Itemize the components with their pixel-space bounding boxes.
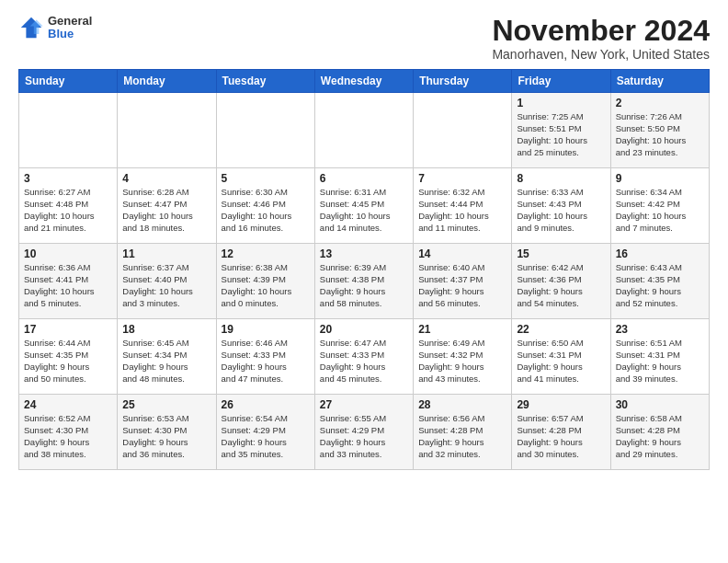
- title-block: November 2024 Manorhaven, New York, Unit…: [492, 15, 710, 62]
- day-info: Sunrise: 7:26 AM Sunset: 5:50 PM Dayligh…: [616, 111, 704, 158]
- col-header-thursday: Thursday: [414, 70, 512, 93]
- calendar-cell: 7Sunrise: 6:32 AM Sunset: 4:44 PM Daylig…: [414, 168, 512, 244]
- logo-text: General Blue: [48, 15, 92, 41]
- calendar-cell: 26Sunrise: 6:54 AM Sunset: 4:29 PM Dayli…: [216, 395, 314, 470]
- month-title: November 2024: [492, 15, 710, 47]
- day-number: 18: [122, 323, 210, 336]
- calendar-week-1: 1Sunrise: 7:25 AM Sunset: 5:51 PM Daylig…: [19, 93, 710, 168]
- col-header-friday: Friday: [512, 70, 610, 93]
- day-info: Sunrise: 6:45 AM Sunset: 4:34 PM Dayligh…: [122, 338, 210, 385]
- calendar-cell: 2Sunrise: 7:26 AM Sunset: 5:50 PM Daylig…: [610, 93, 709, 168]
- calendar-week-2: 3Sunrise: 6:27 AM Sunset: 4:48 PM Daylig…: [19, 168, 710, 244]
- day-number: 7: [418, 172, 506, 185]
- day-info: Sunrise: 6:49 AM Sunset: 4:32 PM Dayligh…: [418, 338, 506, 385]
- col-header-monday: Monday: [118, 70, 216, 93]
- page: General Blue November 2024 Manorhaven, N…: [0, 0, 728, 479]
- day-info: Sunrise: 6:36 AM Sunset: 4:41 PM Dayligh…: [24, 262, 112, 309]
- location: Manorhaven, New York, United States: [492, 47, 710, 62]
- day-info: Sunrise: 6:54 AM Sunset: 4:29 PM Dayligh…: [222, 413, 310, 460]
- day-info: Sunrise: 6:51 AM Sunset: 4:31 PM Dayligh…: [616, 338, 704, 385]
- day-info: Sunrise: 6:55 AM Sunset: 4:29 PM Dayligh…: [320, 413, 408, 460]
- day-info: Sunrise: 6:56 AM Sunset: 4:28 PM Dayligh…: [418, 413, 506, 460]
- calendar-cell: 25Sunrise: 6:53 AM Sunset: 4:30 PM Dayli…: [118, 395, 216, 470]
- calendar-cell: 17Sunrise: 6:44 AM Sunset: 4:35 PM Dayli…: [19, 319, 118, 395]
- calendar-cell: 6Sunrise: 6:31 AM Sunset: 4:45 PM Daylig…: [314, 168, 413, 244]
- day-number: 12: [222, 247, 310, 260]
- day-number: 30: [616, 398, 704, 411]
- calendar-cell: 12Sunrise: 6:38 AM Sunset: 4:39 PM Dayli…: [216, 244, 314, 319]
- day-info: Sunrise: 6:42 AM Sunset: 4:36 PM Dayligh…: [517, 262, 605, 309]
- day-info: Sunrise: 6:43 AM Sunset: 4:35 PM Dayligh…: [616, 262, 704, 309]
- day-info: Sunrise: 6:37 AM Sunset: 4:40 PM Dayligh…: [122, 262, 210, 309]
- day-number: 22: [517, 323, 605, 336]
- day-number: 2: [616, 97, 704, 109]
- day-number: 1: [517, 97, 605, 109]
- day-info: Sunrise: 6:50 AM Sunset: 4:31 PM Dayligh…: [517, 338, 605, 385]
- day-info: Sunrise: 6:31 AM Sunset: 4:45 PM Dayligh…: [320, 187, 408, 234]
- calendar-cell: [414, 93, 512, 168]
- day-info: Sunrise: 6:47 AM Sunset: 4:33 PM Dayligh…: [320, 338, 408, 385]
- day-info: Sunrise: 6:33 AM Sunset: 4:43 PM Dayligh…: [517, 187, 605, 234]
- day-info: Sunrise: 6:40 AM Sunset: 4:37 PM Dayligh…: [418, 262, 506, 309]
- day-info: Sunrise: 6:46 AM Sunset: 4:33 PM Dayligh…: [222, 338, 310, 385]
- calendar-cell: 23Sunrise: 6:51 AM Sunset: 4:31 PM Dayli…: [610, 319, 709, 395]
- day-number: 23: [616, 323, 704, 336]
- day-info: Sunrise: 6:44 AM Sunset: 4:35 PM Dayligh…: [24, 338, 112, 385]
- day-info: Sunrise: 6:32 AM Sunset: 4:44 PM Dayligh…: [418, 187, 506, 234]
- col-header-wednesday: Wednesday: [314, 70, 413, 93]
- calendar-cell: 20Sunrise: 6:47 AM Sunset: 4:33 PM Dayli…: [314, 319, 413, 395]
- day-info: Sunrise: 6:53 AM Sunset: 4:30 PM Dayligh…: [122, 413, 210, 460]
- logo-general-text: General: [48, 15, 92, 28]
- day-number: 24: [24, 398, 112, 411]
- day-number: 26: [222, 398, 310, 411]
- calendar-cell: 27Sunrise: 6:55 AM Sunset: 4:29 PM Dayli…: [314, 395, 413, 470]
- day-number: 28: [418, 398, 506, 411]
- logo-blue-text: Blue: [48, 28, 92, 40]
- calendar-cell: 29Sunrise: 6:57 AM Sunset: 4:28 PM Dayli…: [512, 395, 610, 470]
- calendar-cell: 15Sunrise: 6:42 AM Sunset: 4:36 PM Dayli…: [512, 244, 610, 319]
- day-number: 14: [418, 247, 506, 260]
- day-info: Sunrise: 6:39 AM Sunset: 4:38 PM Dayligh…: [320, 262, 408, 309]
- calendar-cell: 28Sunrise: 6:56 AM Sunset: 4:28 PM Dayli…: [414, 395, 512, 470]
- day-info: Sunrise: 6:30 AM Sunset: 4:46 PM Dayligh…: [222, 187, 310, 234]
- calendar-cell: 24Sunrise: 6:52 AM Sunset: 4:30 PM Dayli…: [19, 395, 118, 470]
- day-info: Sunrise: 6:38 AM Sunset: 4:39 PM Dayligh…: [222, 262, 310, 309]
- calendar-cell: 13Sunrise: 6:39 AM Sunset: 4:38 PM Dayli…: [314, 244, 413, 319]
- header: General Blue November 2024 Manorhaven, N…: [18, 15, 710, 62]
- day-number: 8: [517, 172, 605, 185]
- day-info: Sunrise: 6:57 AM Sunset: 4:28 PM Dayligh…: [517, 413, 605, 460]
- calendar-cell: 4Sunrise: 6:28 AM Sunset: 4:47 PM Daylig…: [118, 168, 216, 244]
- calendar-cell: 5Sunrise: 6:30 AM Sunset: 4:46 PM Daylig…: [216, 168, 314, 244]
- day-number: 15: [517, 247, 605, 260]
- calendar-week-3: 10Sunrise: 6:36 AM Sunset: 4:41 PM Dayli…: [19, 244, 710, 319]
- day-number: 29: [517, 398, 605, 411]
- calendar-week-4: 17Sunrise: 6:44 AM Sunset: 4:35 PM Dayli…: [19, 319, 710, 395]
- calendar-cell: 11Sunrise: 6:37 AM Sunset: 4:40 PM Dayli…: [118, 244, 216, 319]
- day-number: 9: [616, 172, 704, 185]
- day-number: 6: [320, 172, 408, 185]
- logo: General Blue: [18, 15, 92, 41]
- day-number: 5: [222, 172, 310, 185]
- calendar-cell: 16Sunrise: 6:43 AM Sunset: 4:35 PM Dayli…: [610, 244, 709, 319]
- calendar-cell: 30Sunrise: 6:58 AM Sunset: 4:28 PM Dayli…: [610, 395, 709, 470]
- day-info: Sunrise: 7:25 AM Sunset: 5:51 PM Dayligh…: [517, 111, 605, 158]
- day-number: 21: [418, 323, 506, 336]
- calendar-header-row: SundayMondayTuesdayWednesdayThursdayFrid…: [19, 70, 710, 93]
- col-header-tuesday: Tuesday: [216, 70, 314, 93]
- day-info: Sunrise: 6:27 AM Sunset: 4:48 PM Dayligh…: [24, 187, 112, 234]
- day-number: 11: [122, 247, 210, 260]
- day-info: Sunrise: 6:52 AM Sunset: 4:30 PM Dayligh…: [24, 413, 112, 460]
- logo-icon: [18, 15, 44, 40]
- day-number: 13: [320, 247, 408, 260]
- day-info: Sunrise: 6:58 AM Sunset: 4:28 PM Dayligh…: [616, 413, 704, 460]
- day-number: 3: [24, 172, 112, 185]
- calendar-cell: 19Sunrise: 6:46 AM Sunset: 4:33 PM Dayli…: [216, 319, 314, 395]
- col-header-saturday: Saturday: [610, 70, 709, 93]
- calendar-cell: [118, 93, 216, 168]
- calendar-cell: 18Sunrise: 6:45 AM Sunset: 4:34 PM Dayli…: [118, 319, 216, 395]
- calendar-cell: [216, 93, 314, 168]
- calendar-cell: 9Sunrise: 6:34 AM Sunset: 4:42 PM Daylig…: [610, 168, 709, 244]
- calendar-cell: [19, 93, 118, 168]
- calendar-cell: 8Sunrise: 6:33 AM Sunset: 4:43 PM Daylig…: [512, 168, 610, 244]
- day-number: 10: [24, 247, 112, 260]
